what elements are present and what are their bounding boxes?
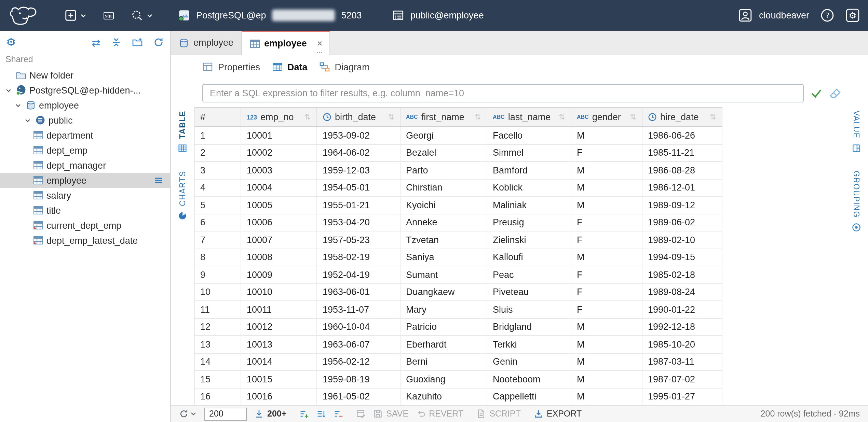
cell-emp_no[interactable]: 10008 [241, 249, 317, 266]
cell-first_name[interactable]: Patricio [401, 319, 487, 335]
cell-hire_date[interactable]: 1990-01-22 [642, 301, 722, 318]
expand-chevron-icon[interactable] [23, 116, 32, 124]
presentation-value[interactable]: VALUE [852, 111, 861, 153]
cell-hire_date[interactable]: 1995-01-27 [642, 388, 722, 405]
cell-last_name[interactable]: Cappelletti [487, 388, 571, 405]
column-header-gender[interactable]: ABCgender⇅ [571, 108, 642, 126]
export-button[interactable]: EXPORT [534, 409, 582, 419]
cell-last_name[interactable]: Terkki [487, 336, 571, 353]
row-number[interactable]: 6 [195, 214, 241, 231]
column-header-first_name[interactable]: ABCfirst_name⇅ [401, 108, 487, 126]
presentation-charts[interactable]: CHARTS [178, 171, 187, 221]
remove-filter-button[interactable] [334, 409, 343, 419]
cell-emp_no[interactable]: 10004 [241, 179, 317, 196]
expand-chevron-icon[interactable] [4, 86, 13, 94]
row-number[interactable]: 12 [195, 319, 241, 335]
row-number[interactable]: 16 [195, 388, 241, 405]
cell-first_name[interactable]: Guoxiang [401, 371, 487, 388]
row-number[interactable]: 13 [195, 336, 241, 353]
grid-corner-header[interactable]: # [195, 108, 241, 126]
cell-last_name[interactable]: Peac [487, 266, 571, 283]
cell-gender[interactable]: M [571, 336, 642, 353]
row-number[interactable]: 3 [195, 162, 241, 179]
sql-filter-input[interactable] [202, 84, 804, 102]
cell-first_name[interactable]: Tzvetan [401, 231, 487, 248]
clear-filter-eraser-icon[interactable] [829, 86, 842, 99]
cell-hire_date[interactable]: 1994-09-15 [642, 249, 722, 266]
cell-emp_no[interactable]: 10006 [241, 214, 317, 231]
presentation-grouping[interactable]: GROUPING [852, 171, 861, 232]
refresh-results-button[interactable] [179, 409, 197, 419]
cell-emp_no[interactable]: 10016 [241, 388, 317, 405]
row-number[interactable]: 7 [195, 231, 241, 248]
cell-last_name[interactable]: Koblick [487, 179, 571, 196]
sort-icon[interactable]: ⇅ [475, 113, 481, 122]
user-menu-button[interactable]: cloudbeaver [738, 8, 809, 23]
presentation-table[interactable]: TABLE [178, 111, 187, 153]
tree-item-new-folder[interactable]: New folder [0, 68, 170, 83]
cell-hire_date[interactable]: 1985-02-18 [642, 266, 722, 283]
cell-birth_date[interactable]: 1953-11-07 [317, 301, 401, 318]
cell-birth_date[interactable]: 1954-05-01 [317, 179, 401, 196]
cell-emp_no[interactable]: 10010 [241, 284, 317, 300]
cell-emp_no[interactable]: 10013 [241, 336, 317, 353]
cell-last_name[interactable]: Preusig [487, 214, 571, 231]
tree-item-employee[interactable]: employee [0, 173, 170, 188]
cell-first_name[interactable]: Duangkaew [401, 284, 487, 300]
cell-first_name[interactable]: Kazuhito [401, 388, 487, 405]
new-object-button[interactable] [62, 6, 90, 25]
cell-hire_date[interactable]: 1986-08-28 [642, 162, 722, 179]
cell-gender[interactable]: M [571, 319, 642, 335]
cell-gender[interactable]: M [571, 127, 642, 144]
cloudbeaver-logo-icon[interactable] [8, 5, 41, 26]
subtab-properties[interactable]: Properties [202, 61, 260, 72]
cell-emp_no[interactable]: 10001 [241, 127, 317, 144]
cell-last_name[interactable]: Genin [487, 353, 571, 370]
cell-hire_date[interactable]: 1986-06-26 [642, 127, 722, 144]
fetch-more-button[interactable]: 200+ [254, 409, 286, 419]
cell-hire_date[interactable]: 1987-03-11 [642, 353, 722, 370]
expand-chevron-icon[interactable] [14, 101, 23, 109]
cell-first_name[interactable]: Georgi [401, 127, 487, 144]
cell-gender[interactable]: M [571, 371, 642, 388]
cell-last_name[interactable]: Bridgland [487, 319, 571, 335]
cell-last_name[interactable]: Simmel [487, 144, 571, 161]
cell-gender[interactable]: M [571, 249, 642, 266]
row-number[interactable]: 2 [195, 144, 241, 161]
sync-selection-icon[interactable]: ⇄ [92, 37, 100, 47]
cell-gender[interactable]: F [571, 266, 642, 283]
row-number[interactable]: 1 [195, 127, 241, 144]
tree-item-dept-emp[interactable]: dept_emp [0, 143, 170, 158]
cell-birth_date[interactable]: 1952-04-19 [317, 266, 401, 283]
cell-hire_date[interactable]: 1986-12-01 [642, 179, 722, 196]
cell-hire_date[interactable]: 1992-12-18 [642, 319, 722, 335]
cell-emp_no[interactable]: 10005 [241, 197, 317, 213]
cell-hire_date[interactable]: 1989-08-24 [642, 284, 722, 300]
search-metadata-button[interactable] [128, 6, 156, 25]
cell-first_name[interactable]: Kyoichi [401, 197, 487, 213]
cell-gender[interactable]: M [571, 388, 642, 405]
cell-emp_no[interactable]: 10009 [241, 266, 317, 283]
add-filter-button[interactable] [299, 409, 309, 419]
sort-icon[interactable]: ⇅ [710, 113, 716, 122]
sort-icon[interactable]: ⇅ [388, 113, 394, 122]
tree-item-dept-manager[interactable]: dept_manager [0, 158, 170, 173]
cell-hire_date[interactable]: 1987-07-02 [642, 371, 722, 388]
row-number[interactable]: 4 [195, 179, 241, 196]
cell-gender[interactable]: F [571, 214, 642, 231]
cell-birth_date[interactable]: 1953-04-20 [317, 214, 401, 231]
fetch-size-input[interactable] [204, 407, 247, 420]
cell-gender[interactable]: F [571, 144, 642, 161]
item-menu-icon[interactable] [154, 175, 163, 185]
cell-birth_date[interactable]: 1956-02-12 [317, 353, 401, 370]
tree-item-employee[interactable]: employee [0, 98, 170, 113]
cell-hire_date[interactable]: 1985-11-21 [642, 144, 722, 161]
cell-first_name[interactable]: Chirstian [401, 179, 487, 196]
cell-last_name[interactable]: Kalloufi [487, 249, 571, 266]
connection-selector[interactable]: PostgreSQL@ep 5203 [174, 6, 366, 25]
sidebar-settings-icon[interactable]: ⚙ [6, 37, 16, 48]
cell-emp_no[interactable]: 10014 [241, 353, 317, 370]
tree-item-public[interactable]: public [0, 113, 170, 128]
cell-last_name[interactable]: Maliniak [487, 197, 571, 213]
row-number[interactable]: 10 [195, 284, 241, 300]
